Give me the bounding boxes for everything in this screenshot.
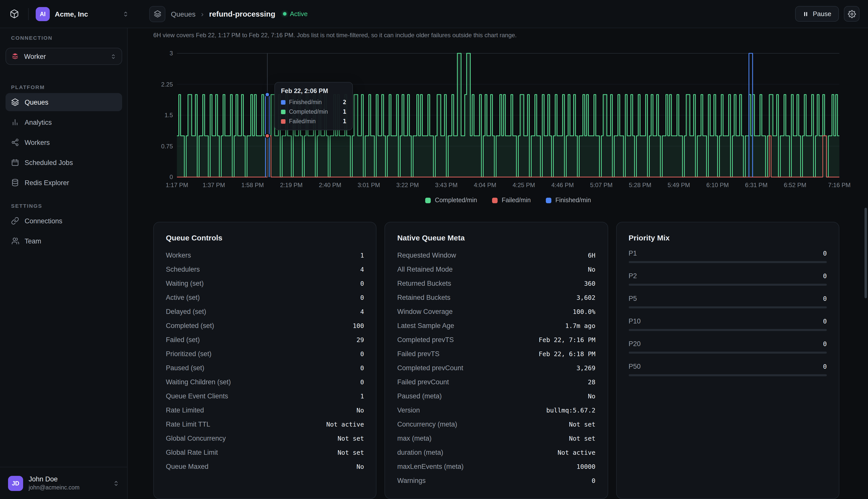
stat-label: Version	[397, 406, 420, 414]
stat-row: Requested Window 6H	[397, 248, 595, 262]
connection-section-label: CONNECTION	[11, 35, 127, 41]
redis-icon	[11, 52, 19, 60]
sidebar-item-label: Workers	[25, 138, 50, 146]
y-axis-tick: 0.75	[130, 143, 173, 150]
settings-button[interactable]	[844, 6, 859, 22]
sidebar-item-team[interactable]: Team	[5, 232, 122, 250]
stat-value: Feb 22, 6:18 PM	[539, 350, 595, 357]
breadcrumb-section[interactable]: Queues	[171, 10, 196, 18]
card-title: Priority Mix	[629, 233, 827, 242]
cube-icon	[9, 9, 19, 19]
queue-icon-button[interactable]	[149, 6, 165, 22]
users-icon	[11, 237, 19, 245]
app-logo[interactable]	[0, 0, 28, 28]
priority-bar-track	[629, 374, 827, 376]
sidebar-item-redis-explorer[interactable]: Redis Explorer	[5, 173, 122, 192]
database-icon	[11, 179, 19, 187]
native-queue-meta-card: Native Queue Meta Requested Window 6H Al…	[385, 222, 608, 499]
stat-value: Not set	[338, 448, 364, 456]
x-axis-tick: 5:28 PM	[629, 182, 651, 188]
sidebar: CONNECTION Worker PLATFORM Queues Analyt…	[0, 28, 128, 499]
link-icon	[11, 217, 19, 225]
stat-row: Global Concurrency Not set	[166, 431, 364, 445]
sidebar-item-workers[interactable]: Workers	[5, 133, 122, 151]
sidebar-item-label: Queues	[25, 98, 49, 106]
stat-value: 0	[360, 378, 364, 386]
stat-row: Delayed (set) 4	[166, 304, 364, 318]
stat-value: 29	[356, 336, 364, 343]
stat-row: Concurrency (meta) Not set	[397, 417, 595, 431]
queue-controls-card: Queue Controls Workers 1 Schedulers 4 Wa…	[153, 222, 377, 499]
stat-row: Latest Sample Age 1.7m ago	[397, 318, 595, 332]
stat-label: Paused (meta)	[397, 392, 442, 400]
stat-row: Completed prevCount 3,269	[397, 361, 595, 375]
stat-row: Rate Limit TTL Not active	[166, 417, 364, 431]
stat-value: No	[356, 463, 364, 470]
x-axis-tick: 7:16 PM	[828, 182, 851, 188]
stat-row: maxLenEvents (meta) 10000	[397, 459, 595, 473]
priority-row: P5 0	[629, 293, 827, 308]
stat-value: 1	[360, 392, 364, 400]
stat-value: 1	[360, 251, 364, 259]
stat-value: 100.0%	[573, 308, 595, 315]
x-axis-tick: 3:43 PM	[435, 182, 457, 188]
user-name: John Doe	[29, 475, 107, 484]
x-axis-tick: 3:01 PM	[357, 182, 380, 188]
legend-item-finished[interactable]: Finished/min	[546, 197, 591, 204]
app-root: AI Acme, Inc Queues › refund-processing …	[0, 0, 868, 499]
platform-section-label: PLATFORM	[11, 84, 45, 90]
stat-value: Not active	[326, 420, 364, 428]
stat-value: 0	[360, 279, 364, 287]
card-title: Native Queue Meta	[397, 233, 595, 242]
stat-row: Waiting (set) 0	[166, 276, 364, 290]
stat-label: duration (meta)	[397, 448, 443, 456]
sidebar-item-label: Redis Explorer	[25, 179, 69, 186]
stat-label: Requested Window	[397, 251, 456, 259]
chevron-up-down-icon	[110, 53, 117, 60]
legend-item-completed[interactable]: Completed/min	[425, 197, 477, 204]
sidebar-item-queues[interactable]: Queues	[5, 93, 122, 111]
priority-row: P50 0	[629, 361, 827, 376]
stat-label: Retained Buckets	[397, 293, 451, 301]
topbar-actions: Pause	[795, 6, 868, 22]
topbar: AI Acme, Inc Queues › refund-processing …	[0, 0, 868, 28]
stat-label: Failed (set)	[166, 336, 200, 343]
stat-label: All Retained Mode	[397, 265, 453, 273]
chart-legend: Completed/min Failed/min Finished/min	[177, 197, 839, 204]
priority-value: 0	[823, 249, 827, 257]
stat-row: Retained Buckets 3,602	[397, 290, 595, 304]
priority-mix-card: Priority Mix P1 0 P2 0 P5 0 P10 0	[616, 222, 839, 499]
stat-label: Window Coverage	[397, 308, 453, 315]
x-axis-tick: 6:52 PM	[784, 182, 806, 188]
x-axis-tick: 1:37 PM	[203, 182, 225, 188]
stat-value: Not set	[569, 420, 595, 428]
user-menu[interactable]: JD John Doe john@acmeinc.com	[0, 467, 128, 499]
org-switcher[interactable]: AI Acme, Inc	[29, 5, 136, 23]
priority-label: P10	[629, 317, 641, 325]
stat-label: Waiting (set)	[166, 279, 204, 287]
priority-label: P50	[629, 363, 641, 370]
sidebar-item-analytics[interactable]: Analytics	[5, 113, 122, 131]
y-axis-tick: 2.25	[130, 81, 173, 88]
series-color-chip	[281, 109, 286, 114]
stat-row: Active (set) 0	[166, 290, 364, 304]
legend-item-failed[interactable]: Failed/min	[492, 197, 531, 204]
sidebar-item-connections[interactable]: Connections	[5, 212, 122, 230]
pause-button[interactable]: Pause	[795, 6, 839, 22]
priority-bar-track	[629, 352, 827, 354]
status-dot	[283, 12, 286, 16]
user-avatar: JD	[8, 476, 23, 491]
user-email: john@acmeinc.com	[29, 484, 107, 491]
sidebar-item-scheduled-jobs[interactable]: Scheduled Jobs	[5, 154, 122, 171]
stat-row: Warnings 0	[397, 473, 595, 487]
breadcrumb-current: refund-processing	[209, 10, 275, 18]
settings-nav: Connections Team	[5, 212, 122, 250]
stat-row: Queue Event Clients 1	[166, 389, 364, 403]
stat-label: Returned Buckets	[397, 279, 451, 287]
x-axis-tick: 4:25 PM	[513, 182, 535, 188]
scrollbar-thumb[interactable]	[865, 208, 867, 298]
org-avatar: AI	[36, 7, 50, 21]
connection-select[interactable]: Worker	[5, 48, 122, 65]
stat-value: 4	[360, 265, 364, 273]
legend-color-chip	[425, 197, 431, 203]
